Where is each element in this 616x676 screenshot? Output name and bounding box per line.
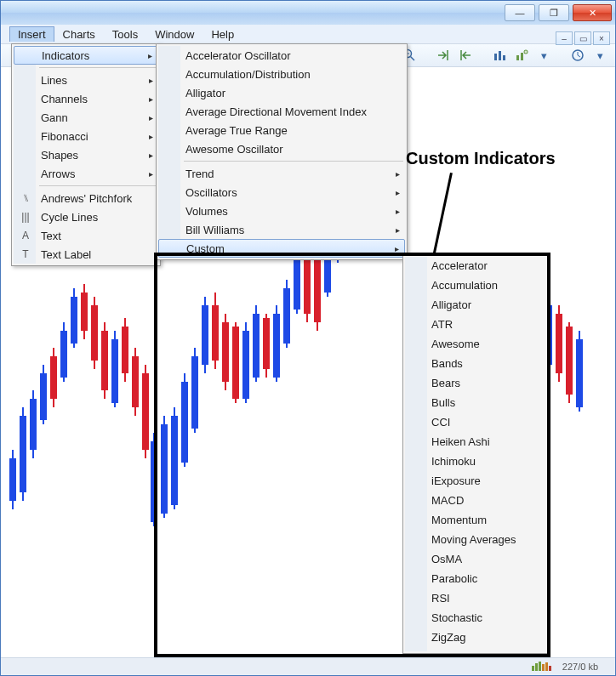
indicators-icon — [19, 48, 34, 63]
custom-item-zigzag[interactable]: ZigZag — [404, 628, 550, 647]
chevron-right-icon: ▸ — [149, 169, 153, 179]
svg-rect-20 — [532, 666, 534, 671]
svg-line-19 — [578, 55, 580, 57]
indicators-item-volumes[interactable]: Volumes▸ — [158, 202, 405, 220]
custom-item-bears[interactable]: Bears — [404, 373, 550, 393]
svg-rect-24 — [545, 662, 548, 671]
titlebar: — ❐ ✕ — [1, 1, 615, 25]
custom-item-stochastic[interactable]: Stochastic — [404, 608, 550, 628]
insert-item-channels[interactable]: Channels▸ — [14, 89, 158, 108]
close-button[interactable]: ✕ — [573, 4, 612, 21]
indicators-item-awesome-oscillator[interactable]: Awesome Oscillator — [158, 139, 405, 158]
chevron-right-icon: ▸ — [396, 188, 400, 197]
custom-item-moving-averages[interactable]: Moving Averages — [404, 530, 550, 549]
svg-rect-12 — [516, 55, 519, 60]
custom-item-accumulation[interactable]: Accumulation — [404, 276, 550, 295]
custom-item-bulls[interactable]: Bulls — [404, 393, 550, 412]
menu-tools[interactable]: Tools — [104, 26, 146, 43]
minimize-button[interactable]: — — [505, 4, 535, 21]
text-icon: A — [18, 228, 33, 243]
indicators-submenu: Accelerator OscillatorAccumulation/Distr… — [156, 43, 408, 260]
svg-rect-21 — [535, 663, 538, 671]
add-icon[interactable] — [513, 47, 530, 64]
bars-icon[interactable] — [491, 47, 508, 64]
custom-item-alligator[interactable]: Alligator — [404, 295, 550, 315]
insert-item-text[interactable]: AText — [14, 226, 158, 245]
insert-item-andrews-pitchfork[interactable]: ⑊Andrews' Pitchfork — [14, 189, 158, 207]
custom-item-momentum[interactable]: Momentum — [404, 510, 550, 530]
custom-item-rsi[interactable]: RSI — [404, 588, 550, 608]
clock-icon[interactable] — [569, 47, 586, 64]
custom-item-atr[interactable]: ATR — [404, 315, 550, 334]
menu-window[interactable]: Window — [146, 26, 202, 43]
mdi-minimize[interactable]: – — [556, 31, 573, 45]
mdi-close[interactable]: × — [593, 31, 610, 45]
custom-item-macd[interactable]: MACD — [404, 491, 550, 510]
insert-item-fibonacci[interactable]: Fibonacci▸ — [14, 127, 158, 145]
insert-item-gann[interactable]: Gann▸ — [14, 108, 158, 127]
insert-item-indicators[interactable]: Indicators▸ — [14, 46, 158, 65]
pitchfork-icon: ⑊ — [18, 190, 33, 206]
indicators-item-oscillators[interactable]: Oscillators▸ — [158, 183, 405, 202]
svg-rect-9 — [494, 54, 497, 60]
svg-line-5 — [411, 57, 415, 61]
insert-item-lines[interactable]: Lines▸ — [14, 71, 158, 89]
shift-icon[interactable] — [457, 47, 474, 64]
indicators-item-accumulation-distribution[interactable]: Accumulation/Distribution — [158, 65, 405, 83]
menu-insert[interactable]: Insert — [9, 26, 54, 42]
custom-item-osma[interactable]: OsMA — [404, 549, 550, 569]
indicators-item-average-true-range[interactable]: Average True Range — [158, 121, 405, 139]
indicators-item-trend[interactable]: Trend▸ — [158, 164, 405, 183]
insert-item-arrows[interactable]: Arrows▸ — [14, 164, 158, 183]
indicators-item-accelerator-oscillator[interactable]: Accelerator Oscillator — [158, 46, 405, 65]
chevron-right-icon: ▸ — [149, 151, 153, 160]
menu-help[interactable]: Help — [202, 26, 242, 43]
custom-item-heiken-ashi[interactable]: Heiken Ashi — [404, 432, 550, 452]
dropdown-icon[interactable]: ▾ — [535, 47, 552, 64]
callout-label: Custom Indicators — [406, 149, 556, 168]
maximize-button[interactable]: ❐ — [539, 4, 569, 21]
insert-item-shapes[interactable]: Shapes▸ — [14, 145, 158, 164]
chevron-right-icon: ▸ — [149, 94, 153, 104]
insert-item-cycle-lines[interactable]: |||Cycle Lines — [14, 207, 158, 226]
goto-icon[interactable] — [435, 47, 452, 64]
menu-charts[interactable]: Charts — [54, 26, 104, 43]
indicators-item-bill-williams[interactable]: Bill Williams▸ — [158, 220, 405, 239]
insert-item-text-label[interactable]: TText Label — [14, 245, 158, 264]
indicators-item-alligator[interactable]: Alligator — [158, 83, 405, 102]
app-window: — ❐ ✕ Insert Charts Tools Window Help – … — [0, 0, 616, 676]
custom-item-awesome[interactable]: Awesome — [404, 334, 550, 354]
status-histogram-icon — [532, 661, 556, 673]
custom-submenu: AcceleratorAccumulationAlligatorATRAweso… — [402, 254, 552, 649]
svg-rect-13 — [521, 53, 523, 60]
custom-item-parabolic[interactable]: Parabolic — [404, 569, 550, 588]
dropdown2-icon[interactable]: ▾ — [591, 47, 608, 64]
svg-rect-22 — [539, 662, 541, 671]
cycles-icon: ||| — [18, 209, 33, 224]
indicators-item-custom[interactable]: Custom▸ — [158, 239, 405, 258]
svg-rect-11 — [503, 55, 505, 60]
text-label-icon: T — [18, 247, 33, 262]
svg-rect-10 — [499, 51, 501, 60]
custom-item-cci[interactable]: CCI — [404, 412, 550, 432]
chevron-right-icon: ▸ — [149, 113, 153, 122]
mdi-restore[interactable]: ▭ — [574, 31, 591, 45]
indicators-item-average-directional-movement-index[interactable]: Average Directional Movement Index — [158, 102, 405, 121]
mdi-controls: – ▭ × — [556, 31, 610, 45]
menubar: Insert Charts Tools Window Help — [1, 25, 615, 44]
chevron-right-icon: ▸ — [149, 76, 153, 85]
status-text: 227/0 kb — [562, 662, 598, 672]
chevron-right-icon: ▸ — [149, 132, 153, 141]
custom-item-bands[interactable]: Bands — [404, 354, 550, 373]
chevron-right-icon: ▸ — [148, 51, 152, 60]
custom-item-accelerator[interactable]: Accelerator — [404, 256, 550, 276]
chevron-right-icon: ▸ — [395, 244, 399, 253]
svg-rect-23 — [542, 664, 545, 671]
custom-item-ichimoku[interactable]: Ichimoku — [404, 452, 550, 471]
custom-item-iexposure[interactable]: iExposure — [404, 471, 550, 491]
statusbar: 227/0 kb — [1, 657, 615, 675]
insert-dropdown: Indicators▸Lines▸Channels▸Gann▸Fibonacci… — [11, 43, 161, 266]
chevron-right-icon: ▸ — [396, 169, 400, 179]
chevron-right-icon: ▸ — [396, 207, 400, 216]
svg-rect-25 — [549, 666, 551, 671]
